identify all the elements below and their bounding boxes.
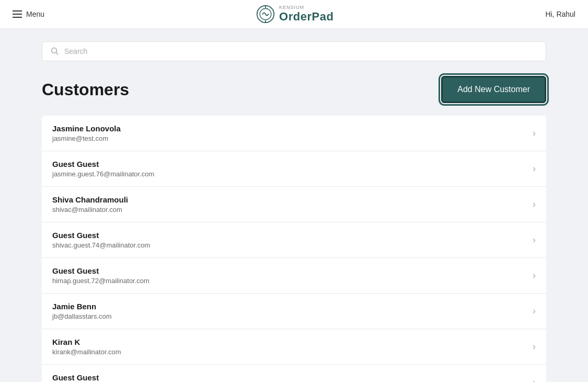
search-input[interactable] xyxy=(64,47,537,55)
chevron-right-icon: › xyxy=(533,234,536,245)
customer-list-item[interactable]: Guest Guest kirank.guest.69@mailinator.c… xyxy=(42,365,546,382)
customer-email: jasmine@test.com xyxy=(52,134,121,142)
customer-email: shivac@mailinator.com xyxy=(52,206,128,214)
customer-list-item[interactable]: Jamie Benn jb@dallasstars.com › xyxy=(42,294,546,329)
search-bar[interactable] xyxy=(42,41,546,61)
customer-list-item[interactable]: Guest Guest shivac.guest.74@mailinator.c… xyxy=(42,222,546,258)
chevron-right-icon: › xyxy=(533,163,536,174)
customer-list-item[interactable]: Kiran K kirank@mailinator.com › xyxy=(42,329,546,365)
chevron-right-icon: › xyxy=(533,306,536,317)
customer-name: Jamie Benn xyxy=(52,302,112,311)
customer-name: Shiva Chandramouli xyxy=(52,195,128,204)
logo-area: KENSIUM OrderPad xyxy=(256,5,333,24)
chevron-right-icon: › xyxy=(533,377,536,382)
customer-name: Guest Guest xyxy=(52,231,150,240)
customer-name: Jasmine Lonovola xyxy=(52,124,121,133)
logo-orderpad-text: OrderPad xyxy=(279,10,333,24)
logo-text: KENSIUM OrderPad xyxy=(279,5,333,24)
customer-name: Guest Guest xyxy=(52,160,154,168)
customer-email: jasmine.guest.76@mailinator.com xyxy=(52,170,154,178)
customer-list-item[interactable]: Jasmine Lonovola jasmine@test.com › xyxy=(42,116,546,151)
customer-info: Shiva Chandramouli shivac@mailinator.com xyxy=(52,195,128,214)
page-title: Customers xyxy=(42,80,129,99)
customer-name: Kiran K xyxy=(52,338,121,346)
customer-list-item[interactable]: Guest Guest jasmine.guest.76@mailinator.… xyxy=(42,151,546,187)
logo-icon xyxy=(256,5,275,24)
customer-name: Guest Guest xyxy=(52,373,149,382)
customer-info: Jasmine Lonovola jasmine@test.com xyxy=(52,124,121,142)
customer-email: shivac.guest.74@mailinator.com xyxy=(52,241,150,249)
svg-line-5 xyxy=(56,53,59,55)
hamburger-icon xyxy=(13,10,22,18)
add-new-customer-button[interactable]: Add New Customer xyxy=(441,76,546,103)
menu-label: Menu xyxy=(26,10,44,18)
chevron-right-icon: › xyxy=(533,199,536,210)
chevron-right-icon: › xyxy=(533,341,536,352)
customer-name: Guest Guest xyxy=(52,266,149,275)
logo-kensium-text: KENSIUM xyxy=(279,5,333,10)
customer-info: Jamie Benn jb@dallasstars.com xyxy=(52,302,112,320)
main-content: Customers Add New Customer Jasmine Lonov… xyxy=(0,29,588,382)
chevron-right-icon: › xyxy=(533,270,536,281)
customer-info: Guest Guest jasmine.guest.76@mailinator.… xyxy=(52,160,154,178)
customer-info: Guest Guest himap.guest.72@mailinator.co… xyxy=(52,266,149,285)
customer-info: Guest Guest kirank.guest.69@mailinator.c… xyxy=(52,373,149,382)
title-action-row: Customers Add New Customer xyxy=(42,76,546,103)
customer-email: himap.guest.72@mailinator.com xyxy=(52,277,149,285)
customer-list-item[interactable]: Guest Guest himap.guest.72@mailinator.co… xyxy=(42,258,546,294)
app-header: Menu KENSIUM OrderPad Hi, Rahul xyxy=(0,0,588,29)
customer-list: Jasmine Lonovola jasmine@test.com › Gues… xyxy=(42,116,546,382)
chevron-right-icon: › xyxy=(533,128,536,139)
search-icon xyxy=(51,47,59,55)
customer-info: Guest Guest shivac.guest.74@mailinator.c… xyxy=(52,231,150,249)
customer-email: kirank@mailinator.com xyxy=(52,348,121,356)
user-greeting: Hi, Rahul xyxy=(545,10,575,18)
customer-info: Kiran K kirank@mailinator.com xyxy=(52,338,121,356)
customer-list-item[interactable]: Shiva Chandramouli shivac@mailinator.com… xyxy=(42,187,546,222)
menu-button[interactable]: Menu xyxy=(13,10,44,18)
customer-email: jb@dallasstars.com xyxy=(52,312,112,320)
